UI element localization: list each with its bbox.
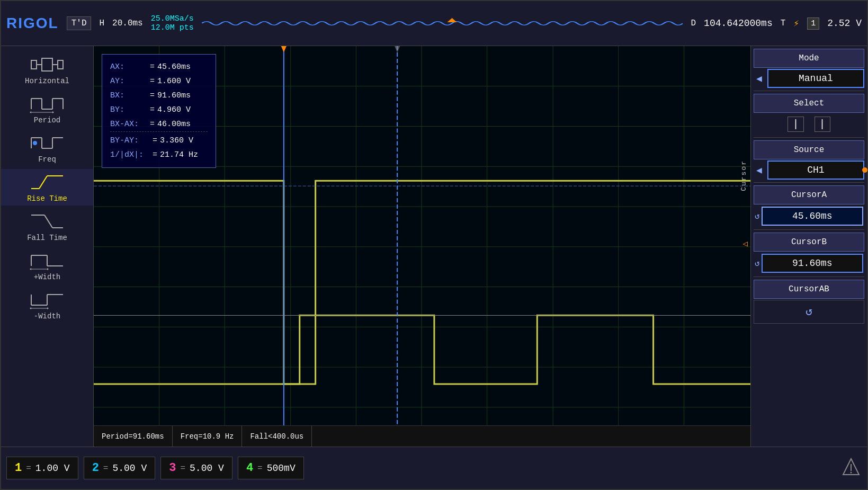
svg-line-27 <box>44 215 52 228</box>
timescale-value: 20.0ms <box>112 19 143 28</box>
source-value: CH1 <box>767 161 864 180</box>
by-ay-value: 3.360 V <box>160 133 208 148</box>
brand-logo: RIGOL <box>6 15 59 32</box>
divider-4 <box>754 229 864 230</box>
cursor-a-select[interactable]: | <box>788 117 803 132</box>
svg-line-24 <box>39 176 47 189</box>
trigger-mode-indicator: T'D <box>67 16 92 30</box>
rise-time-label: Rise Time <box>27 194 67 203</box>
cursor-a-value[interactable]: 45.60ms <box>762 207 863 226</box>
divider-2 <box>754 137 864 138</box>
sample-rate: 25.0MSa/s 12.0M pts <box>151 14 194 32</box>
bottom-right-icon <box>840 456 862 480</box>
mode-select-row: ◀ Manual <box>754 69 864 88</box>
ch3-voltage: 5.00 V <box>190 463 224 474</box>
svg-marker-0 <box>447 18 457 22</box>
neg-width-icon <box>29 289 66 310</box>
divider-5 <box>754 277 864 277</box>
svg-point-22 <box>33 141 37 145</box>
svg-point-69 <box>851 471 852 473</box>
trigger-voltage: 2.52 V <box>827 18 862 29</box>
ch1-number: 1 <box>15 461 22 475</box>
cursor-b-value[interactable]: 91.60ms <box>762 254 863 273</box>
sidebar-item-horizontal[interactable]: Horizontal <box>1 51 93 88</box>
select-cursors: | | <box>754 114 864 135</box>
ax-value: 45.60ms <box>157 60 205 74</box>
ay-label: AY: <box>110 74 147 88</box>
svg-marker-65 <box>281 46 287 52</box>
channel-2-button[interactable]: 2 = 5.00 V <box>84 457 156 479</box>
channel-3-button[interactable]: 3 = 5.00 V <box>160 457 232 479</box>
cursor-a-icon: ↺ <box>755 211 760 221</box>
horizontal-label: Horizontal <box>25 77 69 85</box>
svg-marker-42 <box>47 307 49 309</box>
mode-prev-arrow[interactable]: ◀ <box>754 70 765 87</box>
oscilloscope-screen: RIGOL T'D H 20.0ms 25.0MSa/s 12.0M pts D… <box>0 0 868 490</box>
cursor-ab-label[interactable]: CursorAB <box>754 280 864 299</box>
svg-marker-66 <box>395 46 400 52</box>
pos-width-icon <box>29 250 66 271</box>
svg-rect-5 <box>58 60 63 69</box>
by-value: 4.960 V <box>157 103 205 117</box>
top-right-info: D 104.642000ms T ⚡ 1 2.52 V <box>691 17 862 30</box>
bottom-bar: 1 = 1.00 V 2 = 5.00 V 3 = 5.00 V 4 = 500… <box>1 447 867 489</box>
cursor-ab-refresh-icon[interactable]: ↺ <box>806 306 812 319</box>
svg-marker-14 <box>30 111 31 113</box>
source-button[interactable]: Source <box>754 140 864 159</box>
channel-4-button[interactable]: 4 = 500mV <box>238 457 304 479</box>
ch4-voltage: 500mV <box>267 463 296 474</box>
svg-marker-41 <box>30 307 31 309</box>
ch3-eq: = <box>180 464 185 473</box>
divider-3 <box>754 182 864 183</box>
period-label: Period <box>34 116 60 124</box>
cursor-ab-box: ↺ <box>754 300 864 324</box>
by-label: BY: <box>110 103 147 117</box>
mode-value: Manual <box>767 69 864 88</box>
t-label: T <box>781 19 786 28</box>
ch1-eq: = <box>26 464 31 473</box>
period-icon <box>29 93 66 114</box>
bx-label: BX: <box>110 88 147 103</box>
ch2-voltage: 5.00 V <box>112 463 147 474</box>
by-ay-label: BY-AY: <box>110 133 150 148</box>
status-freq: Freq=10.9 Hz <box>173 426 243 447</box>
sidebar-item-neg-width[interactable]: -Width <box>1 287 93 323</box>
sidebar-item-pos-width[interactable]: +Width <box>1 247 93 284</box>
svg-marker-15 <box>52 111 54 113</box>
sidebar-item-freq[interactable]: Freq <box>1 130 93 166</box>
d-label: D <box>691 19 696 28</box>
top-bar: RIGOL T'D H 20.0ms 25.0MSa/s 12.0M pts D… <box>1 1 867 46</box>
svg-rect-3 <box>42 58 52 71</box>
time-position: 104.642000ms <box>704 18 773 29</box>
freq-label: Freq <box>38 155 56 164</box>
ay-value: 1.600 V <box>157 74 205 88</box>
source-prev-arrow[interactable]: ◀ <box>754 162 765 179</box>
sidebar-item-fall-time[interactable]: Fall Time <box>1 208 93 245</box>
sidebar-item-period[interactable]: Period <box>1 91 93 127</box>
cursor-b-select[interactable]: | <box>815 117 830 132</box>
mode-button[interactable]: Mode <box>754 49 864 68</box>
timescale-label: H <box>99 19 104 28</box>
channel-1-button[interactable]: 1 = 1.00 V <box>6 457 78 479</box>
trigger-level-marker: ◁ <box>742 238 748 249</box>
ch4-eq: = <box>257 464 263 473</box>
ch3-number: 3 <box>169 461 176 475</box>
cursor-a-label[interactable]: CursorA <box>754 185 864 204</box>
rise-time-icon <box>29 172 66 193</box>
select-button[interactable]: Select <box>754 94 864 113</box>
cursor-b-label[interactable]: CursorB <box>754 233 864 252</box>
status-bar: Period=91.60ms Freq=10.9 Hz Fall<400.0us <box>94 425 750 447</box>
cursor-a-row: ↺ 45.60ms <box>754 206 864 227</box>
fall-time-icon <box>29 211 66 232</box>
trigger-source-badge: 1 <box>807 17 819 30</box>
svg-marker-35 <box>47 268 49 270</box>
ch2-number: 2 <box>92 461 99 475</box>
sidebar-item-rise-time[interactable]: Rise Time <box>1 169 93 206</box>
inv-dx-label: 1/|dX|: <box>110 148 150 162</box>
ch1-voltage: 1.00 V <box>35 463 70 474</box>
source-select-row: ◀ CH1 <box>754 161 864 180</box>
cursor-b-icon: ↺ <box>755 258 760 269</box>
bx-ax-label: BX-AX: <box>110 117 147 131</box>
source-dot-indicator <box>862 167 867 173</box>
cursor-sidebar-label: Cursor <box>740 160 748 191</box>
